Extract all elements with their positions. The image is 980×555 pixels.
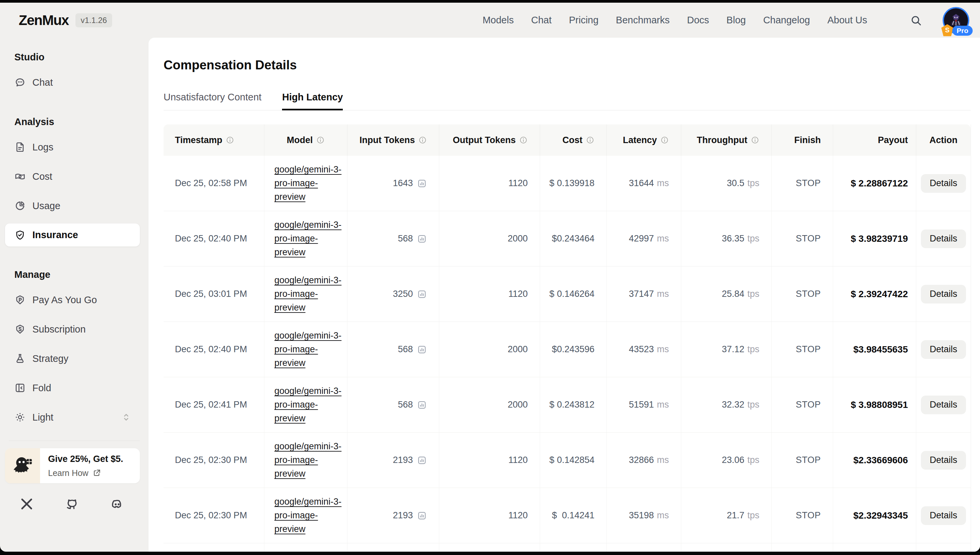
nav-item-pricing[interactable]: Pricing <box>569 14 599 26</box>
cell-timestamp: Dec 25, 02:40 PM <box>164 322 264 377</box>
model-link[interactable]: google/gemini-3-pro-image-preview <box>274 495 343 536</box>
cell-latency: 35198ms <box>607 488 681 543</box>
nav-item-about-us[interactable]: About Us <box>827 14 867 26</box>
model-link[interactable]: google/gemini-3-pro-image-preview <box>274 329 343 370</box>
payout-value: $ 2.39247422 <box>851 289 908 300</box>
cell-latency: 43523ms <box>607 322 681 377</box>
column-header-action: Action <box>916 124 970 156</box>
sidebar-item-strategy[interactable]: Strategy <box>0 344 148 373</box>
info-icon[interactable] <box>226 136 234 144</box>
cell-throughput: 25.84tps <box>681 266 772 322</box>
info-icon[interactable] <box>418 136 427 144</box>
details-button[interactable]: Details <box>921 285 966 303</box>
nav-item-models[interactable]: Models <box>483 14 514 26</box>
finish-reason: STOP <box>796 344 821 354</box>
tokens-chart-icon[interactable] <box>417 289 427 299</box>
nav-item-benchmarks[interactable]: Benchmarks <box>616 14 669 26</box>
latency-value: 37147 <box>629 289 654 299</box>
model-link[interactable]: google/gemini-3-pro-image-preview <box>274 274 343 314</box>
nav-item-blog[interactable]: Blog <box>726 14 746 26</box>
throughput-value: 23.06 <box>722 455 744 465</box>
search-icon[interactable] <box>910 14 923 27</box>
cell-input-tokens: 568 <box>348 322 439 377</box>
cell-finish <box>772 543 833 552</box>
throughput-unit: tps <box>747 289 760 299</box>
discord-icon[interactable] <box>110 497 124 511</box>
sidebar-section-studio[interactable]: Studio <box>0 47 148 68</box>
model-link[interactable]: google/gemini-3-pro-image-preview <box>274 384 343 425</box>
cell-throughput: 21.7tps <box>681 488 772 543</box>
tokens-chart-icon[interactable] <box>417 455 427 465</box>
tokens-chart-icon[interactable] <box>417 234 427 244</box>
sidebar-item-subscription[interactable]: Subscription <box>0 314 148 344</box>
tokens-chart-icon[interactable] <box>417 178 427 188</box>
info-icon[interactable] <box>660 136 669 144</box>
table-body: Dec 25, 02:58 PMgoogle/gemini-3-pro-imag… <box>164 156 970 552</box>
cell-output-tokens: 2000 <box>439 322 540 377</box>
details-button[interactable]: Details <box>921 229 966 248</box>
tokens-chart-icon[interactable] <box>417 400 427 410</box>
cell-payout: $ 3.98239719 <box>833 211 916 266</box>
payout-value: $2.32943345 <box>853 510 908 521</box>
sidebar-item-usage[interactable]: Usage <box>0 191 148 220</box>
sidebar-item-label: Usage <box>32 201 60 212</box>
sidebar-item-label: Insurance <box>32 229 78 241</box>
main-content: Compensation Details Unsatisfactory Cont… <box>148 38 980 552</box>
model-link[interactable]: google/gemini-3-pro-image-preview <box>274 440 343 481</box>
cell-finish: STOP <box>772 488 833 543</box>
info-icon[interactable] <box>316 136 325 144</box>
cell-timestamp: Dec 25, 03:01 PM <box>164 266 264 322</box>
tokens-chart-icon[interactable] <box>417 511 427 521</box>
cell-timestamp: Dec 25, 02:41 PM <box>164 377 264 432</box>
tokens-chart-icon[interactable] <box>417 345 427 354</box>
pro-badge: Pro <box>952 26 973 36</box>
info-icon[interactable] <box>586 136 594 144</box>
details-button[interactable]: Details <box>921 451 966 470</box>
details-button[interactable]: Details <box>921 340 966 359</box>
tab-unsatisfactory-content[interactable]: Unsatisfactory Content <box>164 91 261 110</box>
details-button[interactable]: Details <box>921 506 966 525</box>
throughput-value: 30.5 <box>727 178 744 188</box>
column-header-timestamp: Timestamp <box>164 124 264 156</box>
sidebar-section-manage[interactable]: Manage <box>0 264 148 285</box>
nav-item-changelog[interactable]: Changelog <box>763 14 810 26</box>
sidebar-item-label: Logs <box>32 142 53 153</box>
details-button[interactable]: Details <box>921 396 966 414</box>
info-icon[interactable] <box>519 136 528 144</box>
nav-item-chat[interactable]: Chat <box>531 14 552 26</box>
sidebar-item-chat[interactable]: Chat <box>0 68 148 97</box>
cost-value: $0.243596 <box>552 344 594 354</box>
finish-reason: STOP <box>796 399 821 410</box>
cost-value: $ 0.146264 <box>549 289 594 299</box>
x-icon[interactable] <box>19 497 34 511</box>
github-icon[interactable] <box>65 497 79 511</box>
cell-finish: STOP <box>772 266 833 322</box>
payout-value: $ 3.98808951 <box>851 399 908 410</box>
cost-value: $ 0.243812 <box>549 399 594 410</box>
page-title: Compensation Details <box>164 58 970 72</box>
model-link[interactable]: google/gemini-3-pro-image-preview <box>274 163 343 204</box>
section-label: Studio <box>14 52 44 63</box>
throughput-unit: tps <box>747 178 760 188</box>
referral-promo-card[interactable]: Give 25%, Get $5. Learn How <box>5 448 140 483</box>
sidebar-item-label: Subscription <box>32 324 86 335</box>
sidebar-item-pay-as-you-go[interactable]: Pay As You Go <box>0 285 148 314</box>
sidebar-section-analysis[interactable]: Analysis <box>0 111 148 132</box>
sidebar-item-cost[interactable]: Cost <box>0 162 148 191</box>
table-row: Dec 25, 02:41 PMgoogle/gemini-3-pro-imag… <box>164 377 970 433</box>
info-icon[interactable] <box>751 136 760 144</box>
cell-cost: $ 0.142854 <box>540 433 607 488</box>
model-link[interactable]: google/gemini-3-pro-image-preview <box>274 218 343 259</box>
user-avatar[interactable]: S Pro <box>943 7 969 34</box>
sidebar-item-logs[interactable]: Logs <box>0 132 148 162</box>
column-label: Latency <box>623 135 657 146</box>
sidebar-item-insurance[interactable]: Insurance <box>5 223 140 247</box>
sidebar-item-light[interactable]: Light <box>0 403 148 432</box>
nav-item-docs[interactable]: Docs <box>687 14 709 26</box>
sidebar-item-fold[interactable]: Fold <box>0 373 148 403</box>
cell-action: Details <box>916 488 970 543</box>
details-button[interactable]: Details <box>921 174 966 193</box>
promo-learn-how-link[interactable]: Learn How <box>48 468 123 478</box>
tab-high-latency[interactable]: High Latency <box>282 91 343 110</box>
brand-logo[interactable]: ZenMux <box>19 12 69 28</box>
